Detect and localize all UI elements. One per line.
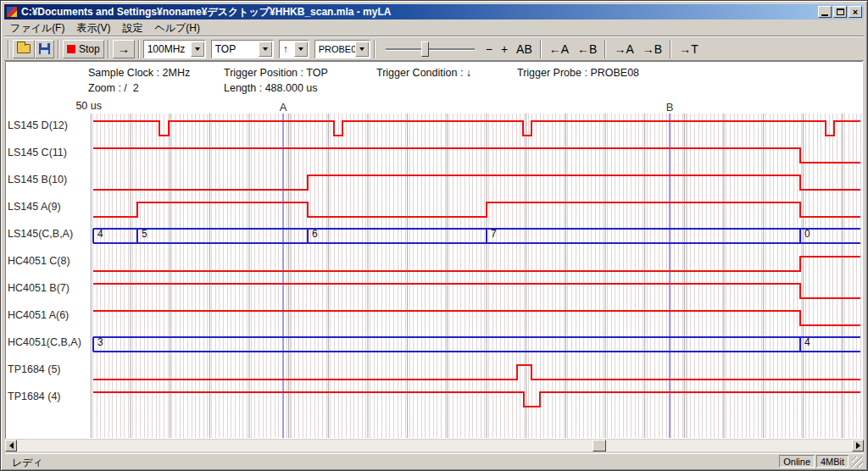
app-window: C:¥Documents and Settings¥noname¥デスクトップ¥… — [0, 0, 868, 471]
set-marker-a-button[interactable]: →A — [609, 40, 637, 58]
trigger-condition-info: Trigger Condition : ↓ — [376, 67, 471, 79]
save-file-button[interactable] — [35, 40, 54, 58]
toolbar-gripper — [8, 40, 9, 58]
waveform-trace — [93, 202, 860, 217]
slider-thumb[interactable] — [421, 42, 429, 57]
waveform-trace — [93, 392, 860, 407]
bus-value: 7 — [491, 228, 497, 240]
waveform-trace — [93, 175, 860, 190]
toolbar-separator — [108, 40, 109, 58]
toolbar-separator — [374, 40, 376, 58]
channel-label: HC4051 C(8) — [8, 255, 70, 267]
sample-clock-info: Sample Clock : 2MHz — [88, 67, 190, 79]
toolbar-separator — [58, 40, 59, 58]
marker-b-label: B — [666, 101, 674, 114]
toolbar-separator — [670, 40, 671, 58]
waveform-trace — [93, 365, 860, 380]
scroll-left-icon — [9, 442, 14, 449]
channel-label: HC4051 B(7) — [8, 282, 70, 294]
stop-button[interactable]: Stop — [63, 40, 104, 58]
trigger-edge-select[interactable]: ↑ — [279, 40, 309, 58]
bus-value: 6 — [312, 228, 318, 240]
channel-label: LS145(C,B,A) — [8, 228, 73, 240]
maximize-icon — [837, 8, 844, 15]
trigger-probe-info: Trigger Probe : PROBE08 — [517, 67, 639, 79]
status-online-badge: Online — [779, 455, 815, 468]
sample-clock-select[interactable]: 100MHz — [143, 40, 206, 58]
bus-value: 4 — [804, 336, 810, 348]
scrollbar-thumb[interactable] — [593, 440, 606, 452]
toolbar-separator — [540, 40, 542, 58]
menu-bar: ファイル(F)表示(V)設定ヘルプ(H) — [4, 20, 864, 36]
window-title: C:¥Documents and Settings¥noname¥デスクトップ¥… — [21, 5, 818, 19]
trigger-position-select[interactable]: TOP — [211, 40, 274, 58]
channel-label: LS145 A(9) — [8, 201, 61, 213]
goto-trigger-button[interactable]: →T — [675, 40, 703, 58]
waveform-trace — [93, 121, 860, 136]
channel-label: LS145 D(12) — [8, 119, 68, 131]
scroll-right-icon — [856, 442, 860, 449]
trigger-probe-select[interactable]: PROBE00 — [314, 40, 370, 58]
menu-item-help[interactable]: ヘルプ(H) — [148, 19, 206, 37]
bus-value: 5 — [142, 228, 147, 240]
chevron-down-icon[interactable] — [259, 42, 272, 57]
horizontal-scrollbar[interactable] — [5, 440, 864, 452]
length-info: Length : 488.000 us — [224, 82, 318, 94]
toolbar-separator — [138, 40, 140, 58]
maximize-button[interactable] — [833, 6, 847, 18]
resize-grip[interactable] — [852, 457, 863, 468]
open-file-button[interactable] — [13, 40, 35, 58]
channel-label: LS145 C(11) — [8, 147, 67, 158]
goto-marker-a-button[interactable]: ←A — [545, 40, 573, 58]
save-icon — [39, 43, 50, 54]
set-marker-b-button[interactable]: →B — [638, 40, 666, 58]
toolbar: Stop → 100MHz TOP ↑ PROBE00 − + AB — [4, 37, 864, 61]
ab-range-button[interactable]: AB — [512, 40, 537, 58]
scroll-right-button[interactable] — [852, 440, 864, 452]
menu-item-file[interactable]: ファイル(F) — [4, 19, 70, 37]
bus-value: 0 — [804, 228, 810, 240]
zoom-slider[interactable] — [386, 40, 475, 58]
status-ready-text: レディ — [12, 456, 43, 470]
waveform-trace — [93, 148, 860, 163]
chevron-down-icon[interactable] — [355, 42, 369, 57]
channel-label: HC4051 A(6) — [8, 309, 69, 321]
zoom-in-button[interactable]: + — [497, 40, 512, 58]
time-scale-label: 50 us — [75, 100, 102, 112]
title-bar[interactable]: C:¥Documents and Settings¥noname¥デスクトップ¥… — [4, 4, 864, 19]
close-button[interactable]: × — [849, 6, 862, 18]
marker-a-label: A — [280, 101, 287, 114]
zoom-out-button[interactable]: − — [481, 40, 497, 58]
channel-label: HC4051(C,B,A) — [8, 336, 81, 348]
trigger-position-info: Trigger Position : TOP — [224, 67, 328, 79]
waveform-trace — [93, 311, 860, 325]
waveform-client-area: Sample Clock : 2MHz Trigger Position : T… — [5, 61, 863, 439]
minimize-button[interactable] — [818, 6, 832, 18]
status-memory-badge: 4MBit — [816, 455, 849, 468]
slider-track[interactable] — [386, 48, 475, 50]
chevron-down-icon[interactable] — [294, 42, 308, 57]
run-arrow-icon: → — [117, 42, 130, 56]
waveform-trace — [93, 257, 860, 271]
waveform-trace — [93, 284, 860, 298]
menu-item-view[interactable]: 表示(V) — [70, 19, 116, 37]
scroll-left-button[interactable] — [5, 440, 17, 452]
bus-value: 4 — [97, 228, 103, 240]
chevron-down-icon[interactable] — [191, 42, 204, 57]
stop-icon — [67, 45, 75, 53]
goto-marker-b-button[interactable]: ←B — [573, 40, 601, 58]
channel-label: LS145 B(10) — [8, 174, 67, 186]
run-button[interactable]: → — [113, 40, 135, 58]
minimize-icon — [821, 14, 828, 16]
bus-value: 3 — [97, 336, 103, 348]
open-folder-icon — [17, 44, 31, 53]
stop-label: Stop — [79, 43, 100, 55]
channel-label: TP1684 (5) — [8, 363, 61, 375]
capture-info: Sample Clock : 2MHz Trigger Position : T… — [6, 65, 862, 96]
menu-item-settings[interactable]: 設定 — [116, 19, 148, 37]
close-icon: × — [853, 8, 858, 17]
waveform-svg: AB50 usLS145 D(12)LS145 C(11)LS145 B(10)… — [6, 96, 860, 439]
channel-label: TP1684 (4) — [8, 391, 61, 402]
waveform-display[interactable]: AB50 usLS145 D(12)LS145 C(11)LS145 B(10)… — [6, 96, 860, 439]
zoom-info: Zoom : / 2 — [88, 82, 139, 94]
